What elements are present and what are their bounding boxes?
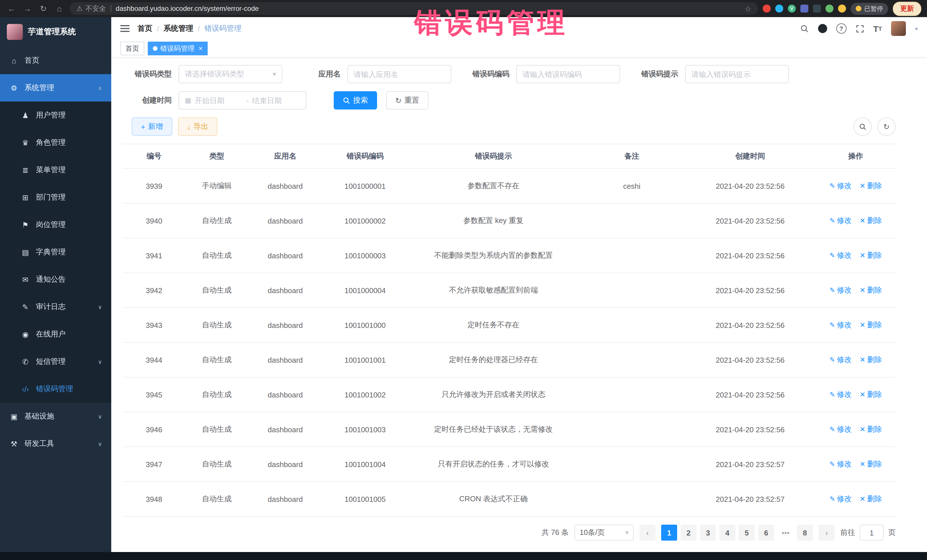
sidebar-item-dict[interactable]: ▤字典管理	[0, 238, 111, 266]
font-size-icon[interactable]: TT	[873, 24, 882, 33]
reset-button[interactable]: ↻ 重置	[386, 91, 429, 109]
search-button[interactable]: 搜索	[334, 91, 377, 109]
delete-button[interactable]: ✕删除	[860, 216, 882, 226]
cell-time: 2021-04-20 23:52:56	[685, 273, 816, 308]
extension-teal-icon[interactable]	[775, 5, 783, 12]
cell-app: dashboard	[248, 168, 322, 203]
close-icon[interactable]: ×	[199, 45, 202, 53]
hamburger-icon[interactable]	[120, 25, 129, 32]
bookmark-star-icon[interactable]: ☆	[745, 4, 751, 13]
tag-home[interactable]: 首页	[120, 42, 144, 56]
goto-page-input[interactable]	[860, 525, 884, 540]
gear-icon: ⚙	[9, 83, 19, 92]
cell-app: dashboard	[248, 203, 322, 238]
breadcrumb-item[interactable]: 系统管理	[163, 24, 193, 34]
sidebar-item-dev-tools[interactable]: ⚒研发工具∨	[0, 430, 111, 457]
export-button[interactable]: ↓ 导出	[178, 117, 217, 136]
edit-button[interactable]: ✎修改	[830, 250, 852, 261]
sidebar-item-error-code[interactable]: ‹/›错误码管理	[0, 375, 111, 403]
extension-vue-devtools-icon[interactable]: V	[788, 5, 796, 12]
page-button-1[interactable]: 1	[661, 525, 677, 540]
help-icon[interactable]: ?	[836, 24, 846, 34]
browser-forward-icon[interactable]: →	[22, 4, 33, 13]
cell-code: 1001000001	[322, 168, 408, 203]
delete-button[interactable]: ✕删除	[860, 355, 882, 365]
breadcrumb-item[interactable]: 首页	[137, 24, 152, 34]
page-button-5[interactable]: 5	[739, 525, 755, 540]
error-type-select[interactable]: 请选择错误码类型 ▾	[179, 65, 283, 83]
column-header: 错误码编码	[322, 144, 408, 168]
edit-button[interactable]: ✎修改	[830, 424, 852, 434]
fullscreen-icon[interactable]	[856, 24, 864, 33]
sidebar-item-user[interactable]: ♟用户管理	[0, 102, 111, 129]
search-icon[interactable]	[800, 24, 808, 33]
sidebar-item-notice[interactable]: ✉通知公告	[0, 266, 111, 293]
edit-button[interactable]: ✎修改	[830, 459, 852, 469]
cell-code: 1001001005	[322, 482, 408, 516]
paused-badge[interactable]: 已暂停	[851, 3, 888, 15]
user-avatar[interactable]	[891, 21, 906, 36]
delete-button[interactable]: ✕删除	[860, 285, 882, 295]
sidebar-item-sms[interactable]: ✆短信管理∨	[0, 348, 111, 375]
extension-dark-icon[interactable]	[813, 5, 821, 12]
browser-back-icon[interactable]: ←	[6, 4, 17, 13]
extension-grid-icon[interactable]	[800, 5, 808, 12]
paused-avatar-icon	[856, 6, 862, 11]
log-icon: ✎	[21, 302, 30, 311]
browser-home-icon[interactable]: ⌂	[54, 4, 65, 13]
sidebar-item-audit-log[interactable]: ✎审计日志∨	[0, 293, 111, 320]
edit-button[interactable]: ✎修改	[830, 355, 852, 365]
delete-button[interactable]: ✕删除	[860, 424, 882, 434]
page-button-3[interactable]: 3	[700, 525, 716, 540]
sidebar-item-menu[interactable]: ≣菜单管理	[0, 156, 111, 184]
sidebar-item-dept[interactable]: ⊞部门管理	[0, 184, 111, 211]
page-button-6[interactable]: 6	[758, 525, 774, 540]
security-status[interactable]: ⚠ 不安全	[76, 4, 106, 14]
app-name-input[interactable]	[354, 70, 445, 78]
sidebar-item-online-user[interactable]: ◉在线用户	[0, 320, 111, 348]
page-size-select[interactable]: 10条/页 ▾	[574, 525, 634, 540]
edit-button[interactable]: ✎修改	[830, 181, 852, 191]
profile-avatar[interactable]	[838, 5, 846, 12]
delete-button[interactable]: ✕删除	[860, 320, 882, 330]
app-logo[interactable]: 芋道管理系统	[0, 17, 111, 47]
edit-button[interactable]: ✎修改	[830, 216, 852, 226]
github-icon[interactable]	[818, 24, 827, 33]
address-bar[interactable]: ⚠ 不安全 dashboard.yudao.iocoder.cn/system/…	[70, 2, 758, 15]
delete-button[interactable]: ✕删除	[860, 250, 882, 261]
error-msg-input[interactable]	[691, 70, 783, 78]
start-date-input[interactable]	[195, 96, 243, 105]
sidebar-item-system[interactable]: ⚙系统管理∧	[0, 74, 111, 102]
extension-red-icon[interactable]	[763, 5, 771, 12]
refresh-button[interactable]: ↻	[877, 117, 896, 136]
delete-button[interactable]: ✕删除	[860, 181, 882, 191]
edit-button[interactable]: ✎修改	[830, 390, 852, 400]
delete-button[interactable]: ✕删除	[860, 459, 882, 469]
sidebar-item-role[interactable]: ♛角色管理	[0, 129, 111, 156]
chevron-down-icon[interactable]: ▾	[915, 26, 918, 32]
edit-button[interactable]: ✎修改	[830, 285, 852, 295]
date-range-picker[interactable]: ▦ -	[179, 91, 306, 109]
page-button-2[interactable]: 2	[681, 525, 696, 540]
sidebar-item-home[interactable]: ⌂首页	[0, 47, 111, 74]
tag-error-code[interactable]: 错误码管理×	[148, 42, 208, 56]
add-button[interactable]: + 新增	[132, 117, 172, 136]
sidebar-item-post[interactable]: ⚑岗位管理	[0, 211, 111, 238]
edit-button[interactable]: ✎修改	[830, 320, 852, 330]
update-button[interactable]: 更新	[893, 2, 921, 16]
end-date-input[interactable]	[252, 96, 300, 105]
sidebar-item-infra[interactable]: ▣基础设施∨	[0, 403, 111, 430]
extension-green-icon[interactable]	[825, 5, 833, 12]
delete-button[interactable]: ✕删除	[860, 390, 882, 400]
page-button-4[interactable]: 4	[719, 525, 736, 540]
toggle-search-button[interactable]	[853, 117, 872, 136]
prev-page-button[interactable]: ‹	[640, 525, 655, 540]
annotation-overlay: 错误码管理	[415, 5, 568, 41]
delete-icon: ✕	[860, 495, 865, 503]
delete-button[interactable]: ✕删除	[860, 494, 882, 504]
error-code-input[interactable]	[523, 70, 614, 78]
browser-reload-icon[interactable]: ↻	[38, 4, 49, 13]
next-page-button[interactable]: ›	[819, 525, 834, 540]
page-button-8[interactable]: 8	[797, 525, 813, 540]
edit-button[interactable]: ✎修改	[830, 494, 852, 504]
